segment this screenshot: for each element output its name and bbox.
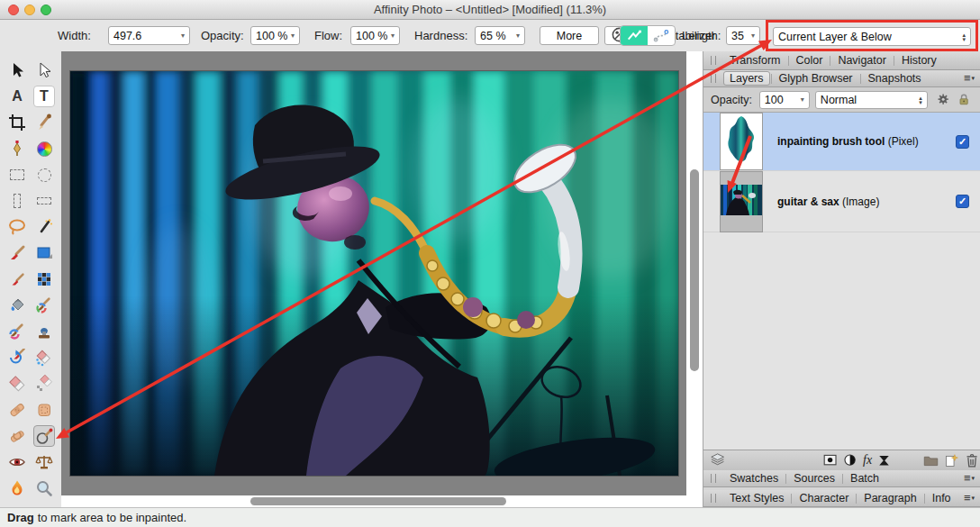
layer-actions-bar: fx (703, 450, 980, 470)
node-tool[interactable] (33, 59, 55, 81)
blend-mode-dropdown[interactable]: Normal ▴▾ (815, 91, 928, 109)
erase-brush-tool[interactable] (6, 373, 28, 395)
patch-tool[interactable] (33, 399, 55, 421)
tab-separator (856, 494, 857, 504)
artistic-text-tool[interactable]: A (6, 86, 28, 107)
mixer-brush-tool[interactable] (33, 295, 55, 316)
gear-icon[interactable] (935, 91, 952, 109)
background-erase-tool[interactable] (33, 347, 55, 368)
layer-effects-icon[interactable]: fx (863, 451, 872, 469)
layer-mode-dropdown[interactable]: Current Layer & Below ▴▾ (773, 27, 971, 46)
delete-layer-icon[interactable] (965, 451, 980, 469)
mask-layer-icon[interactable] (823, 451, 838, 469)
healing-brush-tool[interactable] (6, 399, 28, 421)
white-balance-tool[interactable] (33, 451, 55, 473)
horizontal-scrollbar[interactable] (61, 495, 703, 507)
tab-transform[interactable]: Transform (723, 54, 787, 67)
group-folder-icon[interactable] (923, 451, 939, 469)
frame-text-tool[interactable]: T (33, 86, 55, 107)
tab-history[interactable]: History (895, 54, 943, 67)
tab-text-styles[interactable]: Text Styles (723, 492, 790, 504)
status-hint-text: to mark area to be inpainted. (38, 511, 187, 524)
panel-menu-icon[interactable]: ≡▾ (964, 74, 975, 83)
tab-navigator[interactable]: Navigator (831, 54, 893, 67)
move-tool[interactable] (6, 59, 28, 81)
rectangular-marquee-tool[interactable] (6, 164, 28, 186)
layer-visibility-checkbox[interactable]: ✓ (956, 135, 969, 149)
flood-erase-tool[interactable] (33, 373, 55, 395)
vertical-scrollbar-thumb[interactable] (690, 169, 699, 371)
panel-grip-icon[interactable] (711, 494, 716, 503)
smudge-brush-tool[interactable] (6, 321, 28, 342)
width-combo[interactable]: 497.6▾ (108, 26, 190, 45)
burn-tool[interactable] (6, 477, 28, 499)
width-label: Width: (58, 20, 91, 51)
tab-info[interactable]: Info (926, 492, 957, 504)
colour-replacement-brush-tool[interactable] (6, 268, 28, 290)
layer-thumbnail[interactable] (720, 113, 763, 170)
layer-row-guitar-&-sax[interactable]: guitar & sax (Image)✓ (703, 171, 980, 232)
layers-stack-icon[interactable] (711, 451, 726, 469)
colour-wheel-tool[interactable] (33, 138, 55, 159)
inpainting-brush-tool[interactable] (33, 425, 55, 447)
document-photo-saxophonist[interactable] (70, 71, 678, 476)
panel-menu-icon[interactable]: ≡▾ (964, 494, 975, 503)
flow-combo[interactable]: 100 %▾ (350, 26, 400, 45)
clone-stamp-tool[interactable] (33, 321, 55, 342)
opacity-combo[interactable]: 100 %▾ (250, 26, 300, 45)
selection-brush-tool[interactable] (33, 216, 55, 238)
panel-grip-icon[interactable] (711, 56, 716, 65)
horizontal-scrollbar-thumb[interactable] (250, 497, 506, 505)
layer-visibility-checkbox[interactable]: ✓ (956, 195, 969, 208)
flood-fill-tool[interactable] (6, 295, 28, 316)
colour-picker-tool[interactable] (33, 112, 55, 133)
row-marquee-tool[interactable] (33, 190, 55, 212)
geometry-mask-icon[interactable] (877, 451, 891, 469)
tab-batch[interactable]: Batch (844, 472, 885, 485)
new-layer-icon[interactable] (944, 451, 959, 469)
dropdown-arrow-icon: ▾ (801, 95, 804, 104)
blemish-removal-tool[interactable] (6, 425, 28, 447)
photo-artwork (70, 71, 678, 476)
column-marquee-tool[interactable] (6, 190, 28, 212)
hardness-combo[interactable]: 65 %▾ (475, 26, 525, 45)
tab-character[interactable]: Character (793, 492, 855, 504)
elliptical-marquee-tool[interactable] (33, 164, 55, 186)
freehand-selection-tool[interactable] (6, 216, 28, 238)
tab-layers[interactable]: Layers (723, 71, 770, 86)
layers-tabs-row: LayersGlyph BrowserSnapshots ≡▾ (703, 70, 980, 87)
pixel-tool[interactable] (33, 268, 55, 290)
crop-tool[interactable] (6, 112, 28, 133)
pen-tool[interactable] (6, 138, 28, 159)
adjustment-layer-icon[interactable] (843, 451, 858, 469)
window-stabilizer-icon[interactable] (648, 26, 675, 45)
tab-separator (771, 74, 772, 84)
affinity-photo-window: Affinity Photo – <Untitled> [Modified] (… (0, 0, 980, 527)
fill-tool[interactable] (33, 242, 55, 264)
lock-icon[interactable] (956, 91, 973, 109)
vertical-scrollbar[interactable] (686, 51, 703, 495)
tab-swatches[interactable]: Swatches (723, 472, 785, 485)
tab-sources[interactable]: Sources (787, 472, 841, 485)
length-combo[interactable]: 35▾ (726, 26, 760, 45)
dropdown-arrow-icon: ▾ (391, 32, 395, 40)
panel-grip-icon[interactable] (711, 474, 716, 483)
red-eye-removal-tool[interactable] (6, 451, 28, 473)
more-button[interactable]: More (540, 26, 599, 45)
tab-snapshots[interactable]: Snapshots (862, 72, 928, 85)
zoom-tool[interactable] (33, 477, 55, 499)
layer-thumbnail[interactable] (720, 171, 763, 232)
layer-row-inpainting-brush-tool[interactable]: inpainting brush tool (Pixel)✓ (703, 113, 980, 171)
undo-brush-tool[interactable] (6, 347, 28, 368)
tab-color[interactable]: Color (790, 54, 830, 67)
paint-brush-tool[interactable] (6, 242, 28, 264)
tab-glyph-browser[interactable]: Glyph Browser (773, 72, 859, 85)
panel-grip-icon[interactable] (711, 74, 716, 83)
tab-paragraph[interactable]: Paragraph (858, 492, 922, 504)
layer-mode-value: Current Layer & Below (778, 31, 958, 43)
rope-stabilizer-icon[interactable] (621, 26, 648, 45)
panel-menu-icon[interactable]: ≡▾ (964, 474, 975, 483)
canvas-area[interactable] (61, 51, 703, 495)
tab-separator (924, 494, 925, 504)
layer-opacity-combo[interactable]: 100▾ (759, 91, 810, 109)
